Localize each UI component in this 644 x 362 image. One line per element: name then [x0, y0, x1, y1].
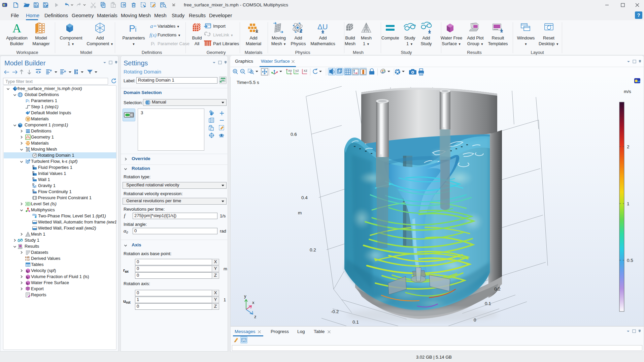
svg-text:i: i — [154, 42, 155, 46]
svg-text:P: P — [151, 41, 154, 47]
svg-text:xz: xz — [304, 68, 307, 72]
svg-text:free_surface_mixer_ls.mph - CO: free_surface_mixer_ls.mph - COMSOL Multi… — [184, 2, 288, 7]
svg-text:a=: a= — [150, 23, 157, 29]
svg-text:0.1: 0.1 — [485, 301, 491, 306]
svg-text:0.5: 0.5 — [627, 258, 633, 263]
svg-text:0.4: 0.4 — [301, 195, 308, 200]
svg-text:0.2: 0.2 — [310, 247, 316, 252]
svg-text:z: z — [254, 314, 257, 319]
svg-text:Time=5.5 s: Time=5.5 s — [237, 80, 259, 85]
svg-text:0: 0 — [474, 318, 476, 323]
svg-text:m/s: m/s — [624, 89, 631, 94]
svg-text:m: m — [298, 210, 302, 215]
svg-text:-0.2: -0.2 — [331, 309, 339, 314]
svg-text:i: i — [135, 26, 136, 33]
svg-text:xy: xy — [288, 68, 292, 72]
svg-text:P: P — [129, 23, 135, 34]
svg-text:2: 2 — [627, 144, 630, 149]
svg-text:x: x — [252, 300, 255, 305]
svg-text:yz: yz — [295, 68, 299, 72]
svg-text:0.2: 0.2 — [494, 286, 501, 292]
svg-text:0.6: 0.6 — [291, 132, 297, 137]
svg-text:0.1: 0.1 — [352, 320, 359, 325]
svg-text:y: y — [244, 294, 246, 299]
svg-text:A: A — [12, 22, 21, 35]
svg-text:1: 1 — [627, 201, 630, 206]
svg-text:f(x): f(x) — [149, 32, 157, 38]
